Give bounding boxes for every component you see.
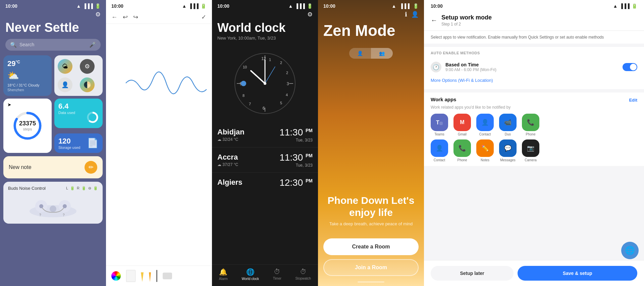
camera-label: Camera	[525, 158, 537, 162]
time-toggle[interactable]	[623, 63, 637, 71]
battery-icon3: 🔋	[307, 3, 313, 9]
svg-text:8: 8	[243, 94, 245, 98]
info-icon[interactable]: ℹ	[405, 11, 407, 18]
globe-fab[interactable]: 🌐	[621, 242, 639, 259]
svg-point-32	[241, 81, 246, 86]
weather-app-icon[interactable]: 🌤	[58, 59, 72, 74]
nav-worldclock[interactable]: 🌐 World clock	[242, 268, 259, 281]
group-mode-btn[interactable]: 👥	[371, 48, 393, 59]
data-storage-widgets: 6.4 Data used 120 Storage used 📄	[54, 99, 103, 153]
svg-text:5: 5	[280, 101, 282, 105]
nav-timer[interactable]: ⏱ Timer	[273, 268, 281, 281]
messages-icon: 💬	[499, 139, 517, 157]
teams-icon: T	[431, 114, 448, 131]
setup-later-btn[interactable]: Setup later	[431, 266, 514, 281]
undo-button[interactable]: ↩	[123, 13, 128, 21]
city-name: Accra	[217, 153, 238, 162]
pencil-tool-btn[interactable]	[141, 270, 144, 282]
indicator-bar	[358, 281, 384, 283]
app-gmail[interactable]: M Gmail	[453, 114, 471, 136]
signal-icon4: ▐▐▐	[399, 3, 410, 9]
panel5-workmode: 10:00 ▲ ▐▐▐ 🔋 ← Setup work mode Step 1 o…	[424, 0, 644, 286]
svg-point-8	[39, 204, 43, 208]
panel3-settings-icon[interactable]: ⚙	[307, 11, 313, 18]
data-widget[interactable]: 6.4 Data used	[54, 99, 103, 128]
app-teams[interactable]: T Teams	[431, 114, 448, 136]
city-time: 11:30 PM	[279, 127, 313, 138]
duo-icon: 📹	[499, 114, 517, 131]
cities-list: Abidjan ☁ 32/24 °C 11:30 PM Tue, 3/23 Ac…	[212, 122, 318, 264]
new-note-widget[interactable]: New note ✏	[3, 156, 103, 178]
svg-point-7	[50, 206, 56, 212]
settings-app-icon[interactable]: ⚙	[80, 59, 95, 74]
new-note-button[interactable]: ✏	[85, 161, 97, 174]
weather-widget[interactable]: 29°C ⛅ 18°C / 31°C Cloudy Shenzhen	[3, 55, 52, 96]
redo-button[interactable]: ↪	[133, 13, 138, 21]
mic-icon[interactable]: 🎤	[89, 42, 96, 48]
paper-tool-btn[interactable]	[126, 270, 136, 282]
nav-alarm-label: Alarm	[219, 277, 228, 281]
weather-icon: ⛅	[7, 70, 48, 81]
timer-icon: ⏱	[274, 268, 280, 276]
signal-icon5: ▐▐▐	[620, 3, 630, 9]
nav-stopwatch[interactable]: ⏱ Stopwatch	[295, 268, 311, 281]
eraser-tool-btn[interactable]	[163, 273, 172, 279]
app-contact1[interactable]: 👤 Contact	[476, 114, 494, 136]
save-setup-btn[interactable]: Save & setup	[518, 266, 637, 281]
app-camera[interactable]: 📷 Camera	[522, 139, 539, 162]
city-row-abidjan[interactable]: Abidjan ☁ 32/24 °C 11:30 PM Tue, 3/23	[212, 122, 318, 147]
city-row-accra[interactable]: Accra ☁ 37/27 °C 11:30 PM Tue, 3/23	[212, 147, 318, 172]
color-tool-btn[interactable]	[111, 271, 121, 281]
panel4-time: 10:00	[323, 3, 335, 9]
setup-step: Step 1 of 2	[441, 22, 637, 26]
app-notes[interactable]: ✏️ Notes	[476, 139, 494, 162]
city-name: Shenzhen	[7, 88, 48, 92]
confirm-button[interactable]: ✓	[201, 13, 206, 21]
settings-gear-icon[interactable]: ⚙	[95, 11, 101, 18]
create-room-btn[interactable]: Create a Room	[323, 238, 419, 255]
search-icon: 🔍	[10, 42, 17, 48]
stopwatch-icon: ⏱	[300, 268, 307, 276]
svg-line-29	[251, 71, 265, 83]
notes-icon: ✏️	[476, 139, 494, 157]
solo-mode-btn[interactable]: 👤	[349, 48, 371, 59]
camera-icon: 📷	[522, 139, 539, 157]
join-room-btn[interactable]: Join a Room	[323, 259, 419, 276]
svg-line-31	[265, 67, 275, 83]
based-on-time-row: 🕐 Based on Time 9:00 AM - 6:00 PM (Mon-F…	[431, 59, 637, 75]
buds-widget[interactable]: Buds Noise Control L 🔋 R 🔋 ⊖ 🔋	[3, 182, 103, 224]
svg-text:10: 10	[243, 65, 247, 69]
marker-tool-btn[interactable]	[149, 270, 151, 282]
signal-icon3: ▐▐▐	[295, 3, 305, 9]
battery-icon4: 🔋	[413, 3, 419, 9]
steps-widget[interactable]: 23375 steps ➤	[3, 99, 52, 153]
user-app-icon[interactable]: 👤	[58, 77, 72, 92]
edit-btn[interactable]: Edit	[629, 98, 637, 103]
storage-widget[interactable]: 120 Storage used 📄	[54, 133, 103, 153]
app-duo[interactable]: 📹 Duo	[499, 114, 517, 136]
header-back-btn[interactable]: ←	[431, 16, 437, 24]
profile-icon[interactable]: 👤	[411, 11, 419, 18]
app-messages[interactable]: 💬 Messages	[499, 139, 517, 162]
search-bar[interactable]: 🔍 🎤	[5, 39, 101, 51]
nav-alarm[interactable]: 🔔 Alarm	[219, 268, 228, 281]
app-phone2[interactable]: 📞 Phone	[453, 139, 471, 162]
app-phone1[interactable]: 📞 Phone	[522, 114, 539, 136]
app-contact2[interactable]: 👤 Contact	[431, 139, 448, 162]
search-input[interactable]	[19, 42, 87, 47]
day-app-icon[interactable]: 🌓	[80, 77, 95, 92]
storage-amount: 120	[58, 137, 80, 146]
work-apps-section: Work apps Edit Work related apps you'd l…	[424, 93, 644, 166]
apps-row1: T Teams M Gmail 👤 Contact	[431, 114, 637, 136]
back-button[interactable]: ←	[111, 14, 117, 21]
nav-stopwatch-label: Stopwatch	[295, 277, 311, 280]
city-row-algiers[interactable]: Algiers 12:30 PM	[212, 172, 318, 193]
more-options-link[interactable]: More Options (Wi-Fi & Location)	[431, 78, 493, 83]
panel4-zenmode: 10:00 ▲ ▐▐▐ 🔋 ℹ 👤 Zen Mode 👤 👥 Phone Dow…	[318, 0, 424, 286]
svg-text:2: 2	[286, 71, 288, 75]
city-name: Abidjan	[217, 128, 245, 136]
drawing-canvas[interactable]	[106, 24, 212, 266]
panel2-time: 10:00	[111, 3, 123, 9]
title-block: Setup work mode Step 1 of 2	[441, 14, 637, 26]
pen-tool-btn[interactable]	[156, 270, 157, 282]
